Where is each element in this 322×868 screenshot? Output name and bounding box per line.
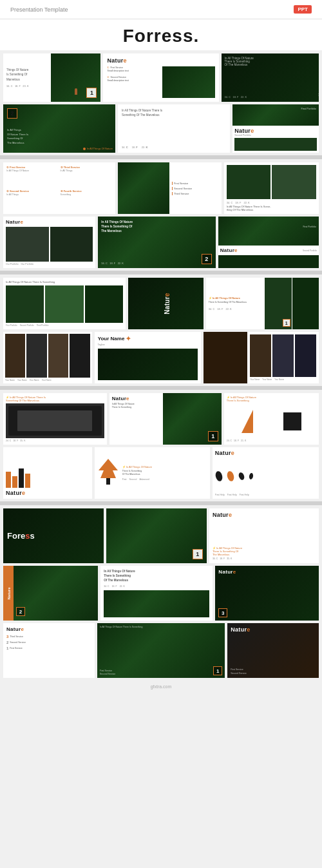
s4-4-nature: Nature [6,490,90,496]
s3-1-labels: First PortfolioSecond PortfolioThird Por… [6,324,123,327]
ppt-badge: PPT [294,5,312,14]
slide-s1-3-text: In All Things Of NatureThere Is Somethin… [225,57,316,66]
s2-tagline: In All Things Of Nature There Is Some-th… [227,205,316,211]
slide-s1-2[interactable]: Nature ① First Service Small description… [103,53,218,102]
s4-5-text: ⚡ In All Things Of Nature There Is Somet… [120,465,207,481]
section-4-row-2: Nature ⚡ In All Things Of Nature T [3,447,319,499]
slide-s1-4-bullet: In All Things Of Nature [83,147,113,150]
slide-s4-3[interactable]: ⚡ In All Things Of NatureThere Is Someth… [224,393,319,445]
slide-s5-6[interactable]: Nature 3 [215,566,319,621]
s4-6-leaves [215,459,316,494]
slide-s4-5[interactable]: ⚡ In All Things Of Nature There Is Somet… [95,447,210,499]
s4-1-laptop [6,403,104,438]
s3-6-content: Your NameYour NameYour Name [247,332,319,383]
slide-s1-5[interactable]: In All Things Of Nature There IsSomethin… [118,104,230,153]
s2-service-list: First Service Second Service Third Servi… [169,162,222,214]
slide-s1-5-stats: 34. C 18. F 22. K [122,146,226,149]
section-2-row-2: Nature Our Portfolio Our Portfolio In Al… [3,217,319,268]
s5-2-num: 1 [193,549,203,559]
slide-s4-1[interactable]: ⚡ In All Things Of Nature There IsSometh… [3,393,107,445]
s4-2-left: Nature In All Things Of NatureThere Is S… [109,393,163,445]
s2-5-text: In All Things Of NatureThere Is Somethin… [101,220,133,234]
s3-3-images: 1 [265,278,319,329]
main-title: Forress. [0,26,322,46]
slide-s1-2-image [162,66,215,98]
slide-s1-1-stats: 34. C 18. F 23. K [6,84,48,88]
s3-3-content: ⚡ In All Things Of Nature There Is Somet… [206,278,265,329]
slide-s3-2[interactable]: Nature [128,278,204,329]
s2-6-top-img: First Portfolio [218,217,319,246]
slide-s4-4[interactable]: Nature [3,447,92,499]
s2-svc-3: ② Second Service In All Things [6,189,59,211]
s2-svc-4: ④ Fourth Service Something [61,189,113,211]
section-1: Things Of Nature Is Something Of Marvelo… [0,50,322,153]
s4-1-text: ⚡ In All Things Of Nature There IsSometh… [6,396,104,402]
slide-s3-3[interactable]: ⚡ In All Things Of Nature There Is Somet… [206,278,319,329]
slide-s1-4-num: 2 [7,108,17,119]
slide-s2-6[interactable]: First Portfolio Nature Second Portfolio [218,217,319,268]
slide-s2-3[interactable]: 34. C18. F22. K In All Things Of Nature … [224,162,319,214]
slide-s5-5[interactable]: In All Things Of NatureThere Is Somethin… [100,566,213,621]
s2-4-photos [6,227,93,262]
slide-s1-4-text: In All ThingsOf Nature There IsSomething… [7,128,28,145]
slide-s2-1[interactable]: ① First Service In All Things Of Nature … [3,162,115,214]
s3-5-name: Your Name ✦ [98,335,198,342]
section-4: ⚡ In All Things Of Nature There IsSometh… [0,390,322,499]
slide-s2-2[interactable]: First Service Second Service Third Servi… [118,162,222,214]
s5-3-nature: Nature [213,512,316,518]
slide-s1-6-top: First Portfolio [232,104,319,126]
s3-6-portrait1 [204,332,247,383]
s3-5-image [98,349,198,380]
section-3-row-2: Your NameYour NameYour NameYour Name You… [3,332,319,383]
svg-rect-1 [106,478,110,485]
s5-7-services: 3 Third Service 2 Second Service 1 First… [6,635,91,675]
slide-s3-6[interactable]: Your NameYour NameYour Name [204,332,319,383]
slide-s1-6[interactable]: First Portfolio Nature Second Portfolio [232,104,319,153]
slide-s1-6-bottom: Nature Second Portfolio [232,126,319,153]
slide-s5-7[interactable]: Nature 3 Third Service 2 Second Service … [3,623,95,678]
s4-3-stats: 24. C18. F21. K [227,439,316,442]
s5-4-forest: 2 [14,566,98,621]
section-4-row-1: ⚡ In All Things Of Nature There IsSometh… [3,393,319,445]
slide-s3-1[interactable]: In All Things Of Nature There Is Somethi… [3,278,126,329]
s3-5-desc: Tagline [98,343,198,346]
s5-1-content: Foress [3,508,104,563]
slide-s1-6-portfolio: First Portfolio [301,107,316,110]
slide-s2-4[interactable]: Nature Our Portfolio Our Portfolio [3,217,95,268]
slide-s4-2[interactable]: Nature In All Things Of NatureThere Is S… [109,393,222,445]
slide-s1-4[interactable]: 2 In All ThingsOf Nature There IsSomethi… [3,104,115,153]
svg-point-4 [238,472,245,481]
s3-1-text: In All Things Of Nature There Is Somethi… [6,280,123,284]
slide-s5-1[interactable]: Foress [3,508,104,563]
slide-s5-9[interactable]: Nature First Service Second Service [227,623,319,678]
section-5-row-2: Nature 2 In All Things Of NatureThere Is… [3,566,319,621]
slide-s1-3[interactable]: In All Things Of NatureThere Is Somethin… [222,53,319,102]
s2-5-num: 2 [202,254,212,264]
s4-1-stats: 24. C18. F35. K [6,439,104,442]
slide-s5-8[interactable]: In All Things Of Nature There Is Somethi… [97,623,225,678]
s4-6-labels: First HelpFirst HelpFirst Help [215,494,316,496]
slide-s4-6[interactable]: Nature First HelpFirst HelpFirst Help [213,447,319,499]
s5-5-image [104,590,209,617]
section-2: ① First Service In All Things Of Nature … [0,159,322,268]
s3-4-names: Your NameYour NameYour NameYour Name [5,379,90,381]
slide-s3-4[interactable]: Your NameYour NameYour NameYour Name [3,332,92,383]
slide-s5-4[interactable]: Nature 2 [3,566,98,621]
main-title-section: Forress. [0,19,322,50]
slide-s1-1[interactable]: Things Of Nature Is Something Of Marvelo… [3,53,100,102]
s3-2-nature: Nature [128,278,204,329]
slide-num-1: 1 [86,88,97,98]
slide-s1-5-text: In All Things Of Nature There IsSomethin… [122,108,226,143]
svg-point-2 [215,470,223,482]
section-5: Foress 1 Nature ⚡ In All Things O [0,505,322,678]
s5-8-content: In All Things Of Nature There Is Somethi… [97,623,225,678]
slide-s5-2[interactable]: 1 [106,508,207,563]
slide-s3-5[interactable]: Your Name ✦ Tagline [95,332,201,383]
slide-s5-3[interactable]: Nature ⚡ In All Things Of NatureThere Is… [209,508,319,563]
s5-6-content: Nature 3 [215,566,319,621]
s2-5-stats: 34. C 18. F 22. K [101,262,124,265]
s2-6-bottom-img [218,255,319,268]
section-2-row-1: ① First Service In All Things Of Nature … [3,162,319,214]
slide-s2-5[interactable]: In All Things Of NatureThere Is Somethin… [98,217,215,268]
slide-s1-1-text: Things Of Nature Is Something Of Marvelo… [6,68,48,82]
